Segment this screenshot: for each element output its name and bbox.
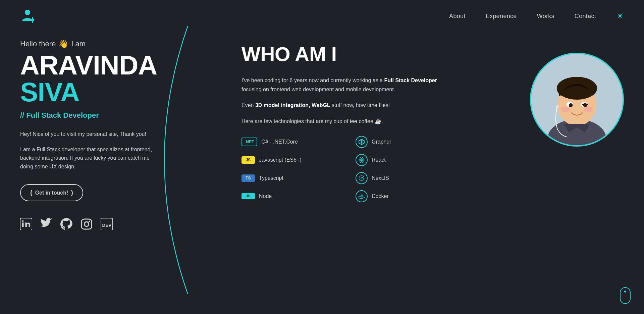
svg-point-37: [584, 106, 593, 112]
greeting-text: Hello there: [20, 40, 56, 48]
tech-badge-net: .NET: [241, 138, 257, 146]
svg-point-19: [361, 160, 362, 161]
nextjs-icon: [356, 172, 368, 184]
tech-item-dotnet: .NET C# - .NET.Core: [241, 136, 329, 148]
svg-rect-21: [359, 196, 360, 197]
nav-contact[interactable]: Contact: [575, 13, 596, 20]
nav-logo[interactable]: [20, 7, 38, 26]
svg-point-34: [569, 103, 573, 107]
about-para-1: I've been coding for 6 years now and cur…: [241, 76, 443, 94]
scroll-dot: [624, 291, 626, 293]
tech-label-react: React: [372, 157, 386, 163]
social-links: DEV: [20, 218, 195, 230]
tech-grid: .NET C# - .NET.Core Graphql: [241, 136, 443, 202]
about-bold-1: Full Stack Developer: [384, 77, 437, 83]
tech-item-react: React: [356, 154, 443, 166]
bio-text-1: Hey! Nice of you to visit my personal si…: [20, 130, 154, 139]
svg-text:DEV: DEV: [102, 223, 112, 228]
about-para-3: Here are few technologies that are my cu…: [241, 117, 443, 126]
tech-badge-node: JS: [241, 193, 255, 199]
svg-marker-2: [32, 17, 35, 22]
tech-label-graphql: Graphql: [372, 139, 391, 145]
page-content: Hello there 👋 I am ARAVINDA SIVA // Full…: [0, 33, 644, 314]
name-last: SIVA: [20, 79, 195, 106]
svg-rect-24: [362, 196, 363, 197]
svg-point-7: [84, 222, 89, 227]
tech-label-js: Javascript (ES6+): [259, 157, 302, 163]
svg-rect-22: [360, 196, 361, 197]
linkedin-icon[interactable]: [20, 218, 32, 230]
tech-item-ts: TS Typescript: [241, 172, 329, 184]
tech-label-nextjs: NextJS: [372, 175, 389, 181]
i-am-text: I am: [71, 40, 86, 48]
avatar: [531, 54, 623, 145]
tech-label-ts: Typescript: [259, 175, 283, 181]
svg-point-5: [22, 220, 24, 222]
svg-point-8: [89, 221, 90, 222]
tech-item-js: JS Javascript (ES6+): [241, 154, 329, 166]
tech-badge-ts: TS: [241, 174, 255, 182]
github-icon[interactable]: [60, 218, 72, 230]
twitter-icon[interactable]: [40, 218, 52, 230]
docker-icon: [356, 190, 368, 202]
svg-rect-23: [361, 196, 362, 197]
tech-item-docker: Docker: [356, 190, 443, 202]
svg-point-36: [561, 106, 570, 112]
avatar-illustration: [531, 54, 623, 145]
about-para-2: Even 3D model integration, WebGL stuff n…: [241, 101, 443, 110]
nav-experience[interactable]: Experience: [486, 13, 517, 20]
react-icon: [356, 154, 368, 166]
tech-label-node: Node: [259, 193, 272, 199]
tech-item-nextjs: NextJS: [356, 172, 443, 184]
theme-toggle-button[interactable]: ☀: [616, 11, 624, 21]
cta-button[interactable]: Get in touch!: [20, 184, 83, 201]
nav-links: About Experience Works Contact ☀: [449, 11, 624, 21]
bio-text-2: I am a Full Stack developer that special…: [20, 145, 154, 171]
hero-title: // Full Stack Developer: [20, 111, 195, 120]
wave-emoji: 👋: [58, 39, 68, 49]
nav-about[interactable]: About: [449, 13, 466, 20]
graphql-icon: [356, 136, 368, 148]
tech-item-node: JS Node: [241, 190, 329, 202]
nav-works[interactable]: Works: [537, 13, 554, 20]
svg-rect-26: [362, 195, 363, 196]
tech-label-docker: Docker: [372, 193, 389, 199]
tech-label-net: C# - .NET.Core: [261, 139, 298, 145]
svg-point-38: [556, 105, 559, 109]
avatar-container: [530, 53, 624, 147]
scroll-indicator: [620, 287, 631, 304]
tech-item-graphql: Graphql: [356, 136, 443, 148]
instagram-icon[interactable]: [80, 218, 93, 230]
tech-badge-js: JS: [241, 156, 255, 164]
svg-point-0: [25, 10, 30, 15]
strikethrough-tea: tea: [350, 118, 357, 124]
greeting: Hello there 👋 I am: [20, 39, 195, 49]
svg-rect-25: [361, 195, 362, 196]
left-section: Hello there 👋 I am ARAVINDA SIVA // Full…: [20, 33, 195, 314]
svg-rect-4: [22, 223, 24, 227]
navbar: About Experience Works Contact ☀: [0, 0, 644, 33]
name-first: ARAVINDA: [20, 52, 195, 79]
devto-icon[interactable]: DEV: [101, 218, 113, 230]
about-bold-2: 3D model integration, WebGL: [255, 102, 330, 108]
svg-rect-6: [82, 219, 92, 229]
